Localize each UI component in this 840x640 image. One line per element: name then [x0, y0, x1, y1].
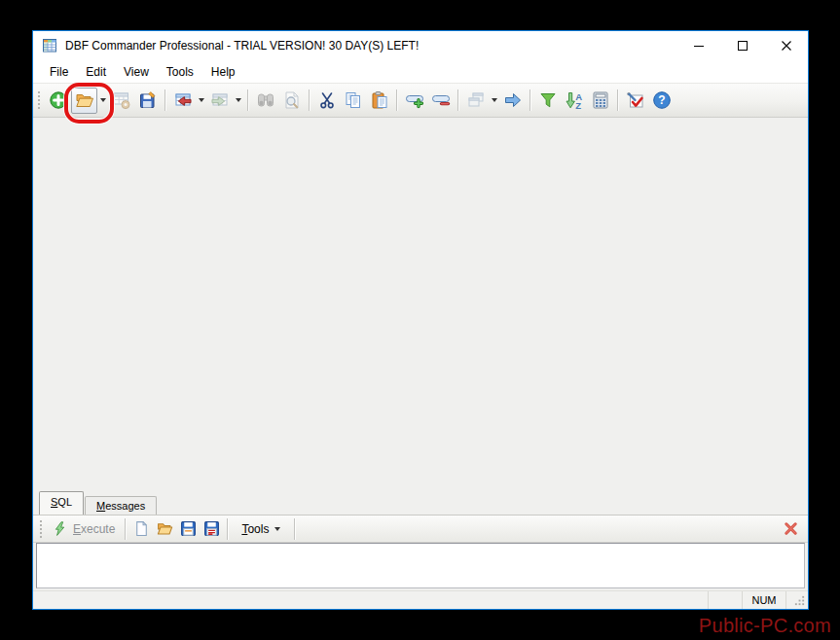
options-button[interactable] [622, 88, 648, 114]
find-button[interactable] [252, 88, 278, 114]
toolbar-separator [164, 89, 165, 111]
add-record-icon [405, 90, 424, 110]
new-table-icon [49, 90, 68, 110]
resize-grip-icon [794, 595, 805, 606]
close-panel-icon [784, 521, 798, 536]
minimize-icon [693, 40, 705, 52]
main-content-area [33, 118, 808, 489]
screenshot-stage: DBF Commander Professional - TRIAL VERSI… [0, 0, 840, 640]
save-as-query-icon [203, 520, 220, 537]
table-structure-icon [112, 90, 131, 110]
watermark-text: Public-PC.com [699, 615, 831, 637]
help-icon: ? [652, 90, 672, 110]
sql-toolbar-separator [294, 518, 295, 540]
new-query-icon [133, 520, 150, 537]
open-file-dropdown[interactable] [97, 88, 108, 114]
open-file-icon [75, 90, 94, 110]
save-query-icon [180, 520, 197, 537]
status-empty-panel [709, 591, 742, 609]
calculator-button[interactable] [587, 88, 613, 114]
chevron-down-icon [492, 98, 497, 102]
toolbar-separator [309, 89, 310, 111]
execute-button[interactable]: Execute [47, 517, 121, 541]
tab-messages-label: Messages [96, 500, 145, 512]
window-title: DBF Commander Professional - TRIAL VERSI… [65, 39, 419, 53]
export-table-button[interactable] [206, 88, 233, 114]
menu-view[interactable]: View [115, 62, 158, 82]
maximize-icon [737, 40, 749, 52]
app-window: DBF Commander Professional - TRIAL VERSI… [32, 30, 809, 610]
close-icon [781, 40, 792, 52]
open-file-split-button [71, 88, 108, 114]
sql-editor[interactable] [36, 543, 805, 588]
cascade-windows-icon [466, 90, 486, 110]
goto-button[interactable] [499, 88, 526, 114]
paste-button[interactable] [366, 88, 392, 114]
help-button[interactable]: ? [648, 88, 675, 114]
import-table-dropdown[interactable] [196, 88, 206, 114]
import-table-button[interactable] [169, 88, 196, 114]
sql-tools-label: Tools [241, 522, 269, 536]
save-icon [138, 90, 158, 110]
delete-record-button[interactable] [427, 88, 454, 114]
new-table-button[interactable] [45, 88, 71, 114]
goto-arrow-icon [503, 90, 523, 110]
app-icon [42, 38, 57, 53]
resize-grip[interactable] [786, 591, 808, 609]
bottom-tab-strip: SQL Messages [33, 491, 808, 515]
sql-tools-button[interactable]: Tools [234, 518, 288, 540]
close-button[interactable] [764, 31, 808, 60]
find-binoculars-icon [256, 90, 275, 110]
toolbar-grip[interactable] [37, 90, 41, 110]
cut-button[interactable] [313, 88, 340, 114]
menu-bar: File Edit View Tools Help [33, 60, 808, 83]
print-preview-button[interactable] [278, 88, 305, 114]
close-panel-button[interactable] [779, 517, 802, 541]
svg-text:?: ? [658, 93, 665, 107]
open-file-button[interactable] [71, 88, 97, 114]
save-as-query-button[interactable] [200, 517, 223, 541]
svg-text:Z: Z [575, 100, 581, 111]
toolbar-separator [617, 89, 618, 111]
num-lock-indicator: NUM [743, 591, 785, 609]
sql-toolbar-grip[interactable] [39, 519, 43, 539]
menu-edit[interactable]: Edit [77, 62, 115, 82]
menu-file[interactable]: File [41, 62, 77, 82]
print-preview-icon [282, 90, 302, 110]
menu-tools[interactable]: Tools [158, 62, 202, 82]
sort-button[interactable]: A Z [561, 88, 587, 114]
import-table-icon [173, 90, 193, 110]
cascade-windows-button[interactable] [462, 88, 489, 114]
copy-button[interactable] [340, 88, 366, 114]
copy-icon [344, 90, 363, 110]
tab-messages[interactable]: Messages [85, 496, 157, 515]
save-query-button[interactable] [176, 517, 200, 541]
sql-toolbar-separator [227, 518, 228, 540]
tab-sql[interactable]: SQL [39, 491, 84, 515]
table-structure-button[interactable] [108, 88, 134, 114]
export-table-dropdown[interactable] [233, 88, 243, 114]
execute-lightning-icon [53, 520, 67, 537]
options-check-icon [626, 90, 645, 110]
filter-button[interactable] [534, 88, 561, 114]
new-query-button[interactable] [129, 517, 153, 541]
title-bar[interactable]: DBF Commander Professional - TRIAL VERSI… [33, 31, 808, 60]
sql-editor-container [33, 543, 808, 590]
toolbar-separator [530, 89, 530, 111]
save-button[interactable] [134, 88, 161, 114]
open-query-button[interactable] [153, 517, 176, 541]
export-table-icon [210, 90, 230, 110]
filter-icon [538, 90, 558, 110]
add-record-button[interactable] [401, 88, 427, 114]
cut-icon [317, 90, 337, 110]
menu-help[interactable]: Help [202, 62, 244, 82]
maximize-button[interactable] [720, 31, 764, 60]
delete-record-icon [431, 90, 451, 110]
cascade-windows-dropdown[interactable] [489, 88, 499, 114]
toolbar-separator [396, 89, 397, 111]
calculator-icon [591, 90, 610, 110]
toolbar-separator [457, 89, 458, 111]
minimize-button[interactable] [676, 31, 720, 60]
execute-label: Execute [73, 522, 115, 536]
chevron-down-icon [274, 527, 280, 531]
